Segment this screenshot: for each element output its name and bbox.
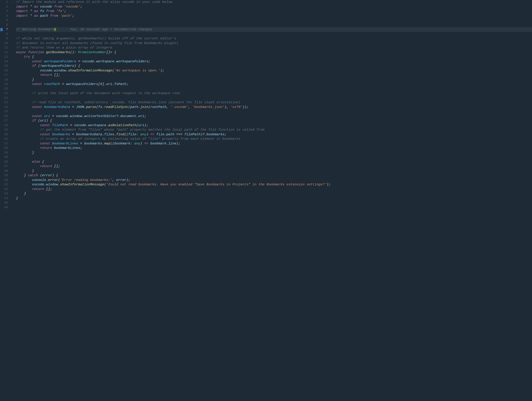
code-line[interactable]: // read file at rootPath, subdirectory .…: [16, 100, 532, 105]
line-number: 12: [4, 50, 8, 55]
code-line[interactable]: const rootPath = workspaceFolders[0].uri…: [16, 82, 532, 87]
code-line[interactable]: // Import the module and reference it wi…: [16, 0, 532, 5]
line-number: 43: [4, 192, 8, 196]
code-line[interactable]: vscode.window.showInformationMessage('No…: [16, 69, 532, 73]
code-content[interactable]: // Import the module and reference it wi…: [16, 0, 532, 401]
code-line[interactable]: console.error('Error reading bookmarks:'…: [16, 178, 532, 183]
code-line[interactable]: return bookmarkLines;: [16, 146, 532, 151]
code-line[interactable]: // Getting bookmarks You, 28 seconds ago…: [16, 27, 532, 32]
code-line[interactable]: return [];: [16, 73, 532, 78]
cursor-selection: s: [54, 28, 56, 31]
line-number: 21: [4, 91, 8, 96]
line-number: 41: [4, 182, 8, 187]
code-line[interactable]: }: [16, 151, 532, 155]
bookmark-icon[interactable]: [0, 28, 3, 31]
code-line[interactable]: }: [16, 78, 532, 82]
line-number: 23: [4, 100, 8, 105]
line-number: 22: [4, 96, 8, 100]
line-number: 16: [4, 69, 8, 73]
line-number: 14: [4, 59, 8, 64]
line-number: 3: [4, 9, 8, 14]
line-number: 38: [4, 169, 8, 174]
line-number: 40: [4, 178, 8, 183]
code-line[interactable]: } catch (error) {: [16, 173, 532, 178]
line-number: 18: [4, 78, 8, 82]
code-line[interactable]: if (!workspaceFolders) {: [16, 64, 532, 69]
code-line[interactable]: }: [16, 169, 532, 174]
code-line[interactable]: import * as path from 'path';: [16, 14, 532, 19]
line-number-gutter[interactable]: 1234567891011121314151617181920212223242…: [4, 0, 13, 401]
code-line[interactable]: [16, 155, 532, 160]
code-line[interactable]: // while not taking arguments, getBookma…: [16, 37, 532, 41]
line-number: 33: [4, 146, 8, 151]
line-number: 44: [4, 196, 8, 201]
fold-chevron-icon[interactable]: ›: [13, 1, 14, 4]
code-line[interactable]: [16, 109, 532, 114]
line-number: 46: [4, 205, 8, 210]
line-number: 30: [4, 132, 8, 137]
code-line[interactable]: import * as vscode from 'vscode';: [16, 5, 532, 9]
line-number: 29: [4, 128, 8, 132]
code-line[interactable]: try {: [16, 55, 532, 59]
line-number: 45: [4, 201, 8, 205]
line-number: 10: [4, 41, 8, 46]
code-line[interactable]: const bookmarks = bookmarksData.files.fi…: [16, 132, 532, 137]
git-blame-annotation[interactable]: You, 28 seconds ago • Uncommitted change…: [56, 28, 152, 31]
line-number: 17: [4, 73, 8, 78]
code-line[interactable]: // create an array of integers by collec…: [16, 137, 532, 142]
line-number: 25: [4, 109, 8, 114]
line-number: 20: [4, 87, 8, 91]
code-line[interactable]: [16, 201, 532, 205]
line-number: 2: [4, 5, 8, 9]
code-line[interactable]: // get the element from "files" whose "p…: [16, 128, 532, 132]
code-line[interactable]: // and returns them as a plain array of …: [16, 46, 532, 50]
code-line[interactable]: [16, 18, 532, 23]
line-number: 37: [4, 164, 8, 169]
line-number: 1: [4, 0, 8, 5]
code-line[interactable]: [16, 205, 532, 210]
code-line[interactable]: const workspaceFolders = vscode.workspac…: [16, 59, 532, 64]
code-line[interactable]: const bookmarkLines = bookmarks.map((boo…: [16, 142, 532, 146]
line-number: 9: [4, 37, 8, 41]
line-number: 27: [4, 119, 8, 123]
code-line[interactable]: [16, 87, 532, 91]
line-number: 7: [4, 27, 8, 32]
line-number: 24: [4, 105, 8, 110]
line-number: 26: [4, 114, 8, 119]
code-line[interactable]: import * as fs from 'fs';: [16, 9, 532, 14]
code-line[interactable]: [16, 32, 532, 37]
line-number: 5: [4, 18, 8, 23]
line-number: 13: [4, 55, 8, 59]
code-line[interactable]: const bookmarksData = JSON.parse(fs.read…: [16, 105, 532, 110]
line-number: 4: [4, 14, 8, 19]
line-number: 35: [4, 155, 8, 160]
code-line[interactable]: // print the local path of the document …: [16, 91, 532, 96]
line-number: 11: [4, 46, 8, 50]
code-line[interactable]: const uri = vscode.window.activeTextEdit…: [16, 114, 532, 119]
code-line[interactable]: return [];: [16, 164, 532, 169]
code-line[interactable]: const filePath = vscode.workspace.asRela…: [16, 123, 532, 128]
glyph-margin[interactable]: [0, 0, 4, 401]
line-number: 6: [4, 23, 8, 28]
code-line[interactable]: // document to extract all bookmarks (fo…: [16, 41, 532, 46]
code-line[interactable]: [16, 96, 532, 100]
line-number: 19: [4, 82, 8, 87]
line-number: 31: [4, 137, 8, 142]
code-line[interactable]: }: [16, 192, 532, 196]
fold-column[interactable]: ›: [13, 0, 16, 401]
code-line[interactable]: if (uri) {: [16, 119, 532, 123]
code-line[interactable]: }: [16, 196, 532, 201]
line-number: 39: [4, 173, 8, 178]
line-number: 34: [4, 151, 8, 155]
code-line[interactable]: vscode.window.showInformationMessage('Co…: [16, 182, 532, 187]
code-line[interactable]: return [];: [16, 187, 532, 192]
line-number: 36: [4, 160, 8, 164]
code-line[interactable]: [16, 23, 532, 28]
line-number: 28: [4, 123, 8, 128]
code-editor[interactable]: 1234567891011121314151617181920212223242…: [0, 0, 532, 401]
code-line[interactable]: else {: [16, 160, 532, 164]
line-number: 8: [4, 32, 8, 37]
code-line[interactable]: async function getBookmarks(): Promise<n…: [16, 50, 532, 55]
line-number: 42: [4, 187, 8, 192]
line-number: 15: [4, 64, 8, 69]
